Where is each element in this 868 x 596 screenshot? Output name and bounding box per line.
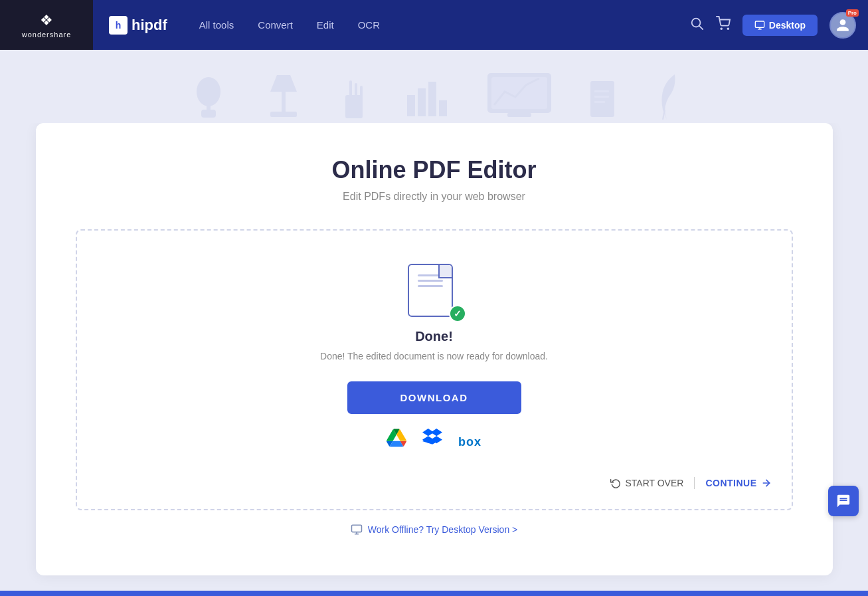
- check-badge: ✓: [449, 305, 466, 322]
- nav-links: All tools Convert Edit OCR: [183, 19, 677, 31]
- desktop-label: Desktop: [769, 20, 806, 31]
- hipdf-logo[interactable]: h hipdf: [93, 16, 183, 35]
- nav-actions: Desktop Pro: [677, 12, 868, 39]
- user-avatar-wrap[interactable]: Pro: [829, 12, 856, 39]
- start-over-button[interactable]: START OVER: [610, 478, 683, 488]
- nav-all-tools[interactable]: All tools: [199, 19, 234, 31]
- svg-rect-8: [207, 95, 211, 116]
- done-description: Done! The edited document is now ready f…: [320, 351, 548, 361]
- box-label: box: [458, 435, 481, 448]
- hero-decorations: [0, 68, 868, 123]
- svg-rect-25: [594, 90, 609, 92]
- svg-rect-26: [594, 96, 609, 98]
- svg-rect-9: [201, 110, 216, 118]
- google-drive-button[interactable]: [387, 429, 406, 452]
- bottom-bar: [0, 591, 868, 596]
- box-button[interactable]: box: [458, 430, 481, 450]
- wondershare-logo: ❖ wondershare: [22, 12, 72, 39]
- result-zone: ✓ Done! Done! The edited document is now…: [76, 229, 793, 510]
- download-button[interactable]: DOWNLOAD: [347, 381, 521, 414]
- deco-quill: [655, 73, 678, 123]
- wondershare-brand: ❖ wondershare: [0, 0, 93, 50]
- doc-line-1: [418, 274, 443, 276]
- desktop-offline-icon: [351, 524, 363, 536]
- wondershare-name: wondershare: [22, 31, 72, 39]
- hero-background: [0, 50, 868, 123]
- navbar: ❖ wondershare h hipdf All tools Convert …: [0, 0, 868, 50]
- cart-button[interactable]: [716, 16, 731, 34]
- svg-line-1: [699, 26, 703, 29]
- hipdf-text: hipdf: [131, 17, 167, 34]
- doc-line-2: [418, 280, 443, 282]
- page-title: Online PDF Editor: [76, 156, 793, 184]
- nav-ocr[interactable]: OCR: [358, 19, 380, 31]
- svg-marker-10: [270, 75, 297, 92]
- nav-edit[interactable]: Edit: [317, 19, 334, 31]
- svg-rect-19: [428, 82, 436, 116]
- page-subtitle: Edit PDFs directly in your web browser: [76, 191, 793, 203]
- main-card: Online PDF Editor Edit PDFs directly in …: [36, 123, 833, 575]
- svg-rect-23: [507, 113, 531, 117]
- continue-label: CONTINUE: [705, 478, 756, 488]
- svg-rect-14: [349, 80, 352, 98]
- svg-point-7: [197, 77, 220, 106]
- actions-divider: [694, 477, 695, 489]
- offline-bar: Work Offline? Try Desktop Version >: [76, 510, 793, 549]
- main-content: Online PDF Editor Edit PDFs directly in …: [0, 123, 868, 596]
- nav-convert[interactable]: Convert: [258, 19, 293, 31]
- pro-badge: Pro: [846, 9, 859, 17]
- svg-rect-18: [418, 88, 426, 116]
- hipdf-letter: h: [116, 20, 122, 31]
- cloud-icons: box: [387, 429, 481, 452]
- svg-rect-27: [594, 101, 605, 103]
- svg-rect-4: [755, 21, 764, 27]
- offline-link[interactable]: Work Offline? Try Desktop Version >: [368, 524, 518, 535]
- svg-rect-13: [345, 95, 363, 118]
- svg-point-3: [727, 28, 729, 29]
- svg-rect-11: [282, 92, 286, 112]
- deco-plant: [191, 68, 227, 123]
- doc-line-3: [418, 285, 443, 287]
- continue-button[interactable]: CONTINUE: [705, 478, 771, 488]
- svg-rect-22: [491, 77, 547, 109]
- svg-rect-24: [590, 81, 614, 117]
- svg-rect-17: [407, 95, 415, 116]
- deco-document: [589, 80, 618, 123]
- dropbox-button[interactable]: [422, 429, 442, 452]
- svg-rect-12: [270, 112, 297, 117]
- chat-fab[interactable]: [828, 486, 859, 516]
- deco-pencil-cup: [340, 76, 368, 123]
- svg-rect-15: [355, 83, 357, 98]
- deco-lamp: [264, 68, 304, 123]
- document-icon: [408, 264, 453, 317]
- desktop-button[interactable]: Desktop: [742, 15, 818, 36]
- start-over-label: START OVER: [625, 478, 683, 488]
- done-icon-wrap: ✓: [408, 264, 461, 317]
- deco-barchart: [404, 75, 450, 123]
- svg-rect-20: [439, 100, 447, 116]
- svg-rect-30: [351, 525, 361, 532]
- done-title: Done!: [415, 329, 453, 344]
- svg-rect-21: [487, 73, 551, 113]
- deco-monitor: [486, 72, 553, 123]
- bottom-actions: START OVER CONTINUE: [97, 470, 772, 489]
- svg-point-2: [721, 28, 722, 29]
- svg-line-28: [663, 110, 665, 120]
- svg-rect-16: [360, 86, 363, 98]
- search-button[interactable]: [689, 16, 704, 34]
- wondershare-icon: ❖: [40, 12, 53, 29]
- hipdf-square: h: [109, 16, 128, 35]
